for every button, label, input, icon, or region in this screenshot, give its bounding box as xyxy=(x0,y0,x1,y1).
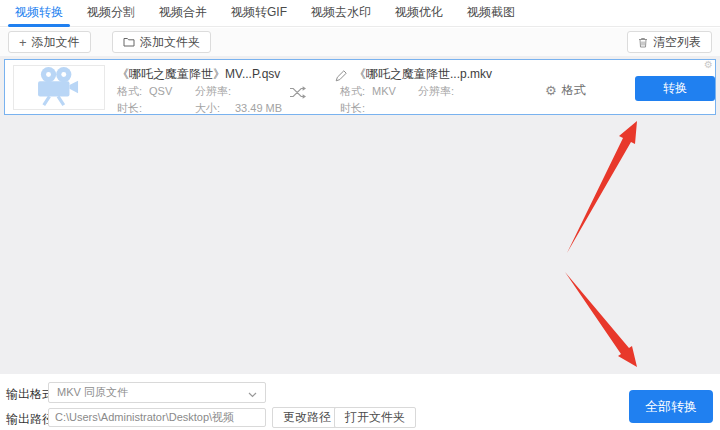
target-duration-label: 时长: xyxy=(340,100,372,117)
target-file-details: 格式:MKV分辨率: 时长: xyxy=(340,83,458,117)
output-format-value: MKV 同原文件 xyxy=(57,385,248,400)
source-size-value: 33.49 MB xyxy=(235,102,282,114)
source-duration-label: 时长: xyxy=(117,100,149,117)
file-row[interactable]: 《哪吒之魔童降世》MV...P.qsv 格式:QSV分辨率: 时长:大小:33.… xyxy=(4,59,716,115)
add-folder-button[interactable]: 添加文件夹 xyxy=(112,31,211,53)
format-settings-button[interactable]: ⚙ 格式 xyxy=(545,82,586,99)
format-settings-label: 格式 xyxy=(562,82,586,99)
gear-icon: ⚙ xyxy=(545,84,557,97)
target-format-value: MKV xyxy=(372,83,418,100)
target-resolution-label: 分辨率: xyxy=(418,83,458,100)
output-path-label: 输出路径 xyxy=(6,411,54,428)
output-panel: 输出格式 MKV 同原文件 输出路径 更改路径 打开文件夹 全部转换 xyxy=(0,374,720,430)
tab-bar: 视频转换 视频分割 视频合并 视频转GIF 视频去水印 视频优化 视频截图 xyxy=(0,0,720,27)
target-format-label: 格式: xyxy=(340,83,372,100)
change-path-button[interactable]: 更改路径 xyxy=(272,407,342,428)
convert-all-button[interactable]: 全部转换 xyxy=(629,390,713,423)
output-format-select[interactable]: MKV 同原文件 xyxy=(48,382,266,403)
source-resolution-label: 分辨率: xyxy=(195,83,235,100)
target-file-name: 《哪吒之魔童降世...p.mkv xyxy=(354,66,492,83)
shuffle-icon xyxy=(289,85,306,103)
tab-video-split[interactable]: 视频分割 xyxy=(80,0,142,27)
tab-video-remove-watermark[interactable]: 视频去水印 xyxy=(304,0,378,27)
add-file-label: 添加文件 xyxy=(32,34,80,51)
trash-icon xyxy=(638,37,648,48)
clear-list-label: 清空列表 xyxy=(653,34,701,51)
tab-video-convert[interactable]: 视频转换 xyxy=(8,0,70,27)
source-size-label: 大小: xyxy=(195,100,235,117)
source-format-value: QSV xyxy=(149,83,195,100)
add-folder-label: 添加文件夹 xyxy=(140,34,200,51)
output-format-label: 输出格式 xyxy=(6,386,54,403)
clear-list-button[interactable]: 清空列表 xyxy=(627,31,712,53)
convert-button[interactable]: 转换 xyxy=(635,76,715,101)
source-format-label: 格式: xyxy=(117,83,149,100)
video-thumbnail xyxy=(13,65,105,110)
open-folder-button[interactable]: 打开文件夹 xyxy=(334,407,416,428)
tab-video-merge[interactable]: 视频合并 xyxy=(152,0,214,27)
source-file-details: 格式:QSV分辨率: 时长:大小:33.49 MB xyxy=(117,83,282,117)
file-list: 《哪吒之魔童降世》MV...P.qsv 格式:QSV分辨率: 时长:大小:33.… xyxy=(0,56,720,374)
movie-camera-icon xyxy=(36,66,82,110)
output-path-input[interactable] xyxy=(48,408,266,427)
toolbar: + 添加文件 添加文件夹 清空列表 xyxy=(0,28,720,56)
tab-video-screenshot[interactable]: 视频截图 xyxy=(460,0,522,27)
app-window: 视频转换 视频分割 视频合并 视频转GIF 视频去水印 视频优化 视频截图 + … xyxy=(0,0,720,430)
folder-icon xyxy=(123,37,135,47)
tab-video-to-gif[interactable]: 视频转GIF xyxy=(224,0,294,27)
plus-icon: + xyxy=(19,36,27,49)
chevron-down-icon xyxy=(248,384,257,402)
tab-video-optimize[interactable]: 视频优化 xyxy=(388,0,450,27)
row-gear-icon[interactable]: ⚙ xyxy=(704,60,713,70)
source-file-name: 《哪吒之魔童降世》MV...P.qsv xyxy=(117,66,280,83)
add-file-button[interactable]: + 添加文件 xyxy=(8,31,91,53)
